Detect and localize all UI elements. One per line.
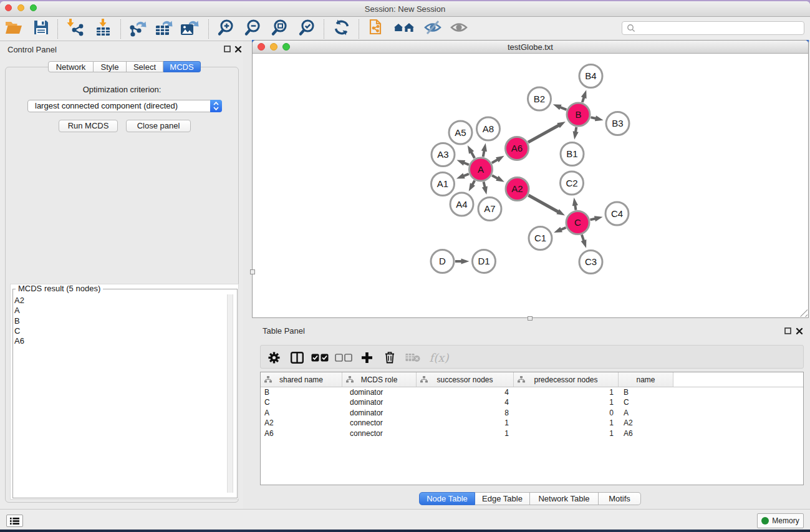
table-cell[interactable]: C: [264, 397, 339, 407]
mcds-panel-body: Optimization criterion: largest connecte…: [5, 67, 239, 503]
column-header-predecessor-nodes[interactable]: predecessor nodes: [514, 372, 619, 387]
table-cell[interactable]: 1: [523, 397, 614, 407]
column-header-shared-name[interactable]: shared name: [261, 372, 342, 387]
table-cell[interactable]: 8: [417, 408, 509, 418]
save-session-button[interactable]: [31, 17, 52, 37]
zoom-selected-icon: [297, 18, 316, 37]
table-cell[interactable]: connector: [350, 418, 418, 428]
search-icon: [627, 24, 635, 32]
edge-arrowhead: [496, 176, 504, 182]
result-scrollbar[interactable]: [227, 294, 233, 493]
table-row[interactable]: A2connector11A2: [261, 418, 803, 428]
column-header-MCDS-role[interactable]: MCDS role: [342, 372, 417, 387]
table-cell[interactable]: B: [624, 387, 677, 397]
window-resize-grip[interactable]: [800, 309, 808, 317]
table-cell[interactable]: 4: [417, 397, 509, 407]
export-image-button[interactable]: [178, 17, 200, 37]
search-field[interactable]: [622, 21, 804, 35]
close-panel-icon[interactable]: [234, 46, 242, 53]
result-list-item[interactable]: A: [14, 306, 226, 316]
zoom-in-button[interactable]: [215, 17, 236, 37]
export-table-button[interactable]: [153, 17, 175, 37]
table-cell[interactable]: A: [624, 408, 677, 418]
resize-handle-left[interactable]: [250, 269, 255, 274]
table-cell[interactable]: 0: [523, 408, 614, 418]
tab-mcds[interactable]: MCDS: [163, 61, 201, 72]
close-panel-icon[interactable]: [796, 327, 803, 335]
tab-node-table[interactable]: Node Table: [419, 492, 475, 505]
table-cell[interactable]: dominator: [350, 408, 418, 418]
show-columns-button[interactable]: [286, 347, 307, 368]
mcds-result-list[interactable]: A2ABCA6: [14, 296, 226, 346]
close-panel-button[interactable]: Close panel: [126, 120, 191, 132]
tab-network[interactable]: Network: [48, 61, 94, 72]
select-all-columns-button[interactable]: [309, 347, 330, 368]
table-row[interactable]: Bdominator41B: [261, 387, 803, 397]
table-cell[interactable]: 1: [523, 428, 614, 438]
column-header-name[interactable]: name: [619, 372, 673, 387]
delete-table-button[interactable]: [402, 347, 423, 368]
create-column-button[interactable]: [356, 347, 377, 368]
float-panel-icon[interactable]: [784, 327, 791, 334]
tab-edge-table[interactable]: Edge Table: [475, 492, 530, 505]
dropdown-value: largest connected component (directed): [28, 100, 210, 112]
table-cell[interactable]: 1: [417, 428, 509, 438]
table-settings-button[interactable]: [263, 347, 284, 368]
network-canvas[interactable]: AA1A2A3A4A5A6A7A8BB1B2B3B4CC1C2C3C4DD1: [253, 54, 808, 317]
table-cell[interactable]: 1: [417, 418, 509, 428]
run-mcds-button[interactable]: Run MCDS: [59, 120, 118, 132]
hide-panels-button[interactable]: [422, 17, 443, 37]
table-cell[interactable]: dominator: [350, 397, 418, 407]
zoom-selected-button[interactable]: [296, 17, 317, 37]
delete-column-button[interactable]: [379, 347, 400, 368]
table-cell[interactable]: A: [264, 408, 339, 418]
table-cell[interactable]: 4: [417, 387, 509, 397]
deselect-all-columns-button[interactable]: [333, 347, 354, 368]
table-cell[interactable]: 1: [523, 418, 614, 428]
show-panels-button[interactable]: [448, 17, 470, 37]
refresh-button[interactable]: [331, 17, 352, 37]
show-panel-list-button[interactable]: [6, 515, 23, 527]
graph-edge-A6-B[interactable]: [528, 125, 559, 142]
column-header-successor-nodes[interactable]: successor nodes: [417, 372, 514, 387]
network-window-titlebar[interactable]: testGlobe.txt: [253, 41, 808, 54]
result-list-item[interactable]: B: [14, 316, 226, 326]
table-cell[interactable]: 1: [523, 387, 614, 397]
status-bar: Memory: [0, 509, 810, 530]
table-cell[interactable]: C: [624, 397, 677, 407]
result-list-item[interactable]: A6: [14, 336, 226, 346]
import-table-button[interactable]: [92, 17, 113, 37]
tab-motifs[interactable]: Motifs: [599, 492, 641, 505]
graph-edge-A2-C[interactable]: [528, 195, 559, 212]
table-row[interactable]: Cdominator41C: [261, 397, 803, 407]
home-button[interactable]: [393, 17, 415, 37]
tab-network-table[interactable]: Network Table: [530, 492, 599, 505]
table-cell[interactable]: A2: [264, 418, 339, 428]
float-panel-icon[interactable]: [224, 46, 231, 52]
table-cell[interactable]: B: [264, 387, 339, 397]
search-input[interactable]: [635, 22, 804, 34]
zoom-fit-button[interactable]: [269, 17, 290, 37]
import-network-button[interactable]: [64, 17, 85, 37]
table-cell[interactable]: connector: [350, 428, 418, 438]
result-list-item[interactable]: C: [14, 326, 226, 336]
result-list-item[interactable]: A2: [14, 296, 226, 306]
open-session-button[interactable]: [3, 17, 24, 37]
tab-select[interactable]: Select: [127, 61, 163, 72]
table-cell[interactable]: A6: [264, 428, 339, 438]
clone-network-button[interactable]: [367, 17, 388, 37]
table-row[interactable]: Adominator80A: [261, 408, 803, 418]
tab-style[interactable]: Style: [94, 61, 127, 72]
gear-icon: [268, 352, 280, 364]
node-table: shared nameMCDS rolesuccessor nodesprede…: [260, 372, 804, 485]
zoom-out-button[interactable]: [242, 17, 263, 37]
function-builder-button[interactable]: f(x): [425, 347, 453, 368]
optimization-criterion-dropdown[interactable]: largest connected component (directed): [27, 100, 222, 112]
export-network-button[interactable]: [127, 17, 148, 37]
memory-button[interactable]: Memory: [757, 513, 804, 528]
table-cell[interactable]: A2: [624, 418, 677, 428]
table-cell[interactable]: A6: [624, 428, 677, 438]
table-row[interactable]: A6connector11A6: [261, 428, 803, 438]
resize-handle-bottom[interactable]: [528, 316, 533, 321]
table-cell[interactable]: dominator: [350, 387, 418, 397]
